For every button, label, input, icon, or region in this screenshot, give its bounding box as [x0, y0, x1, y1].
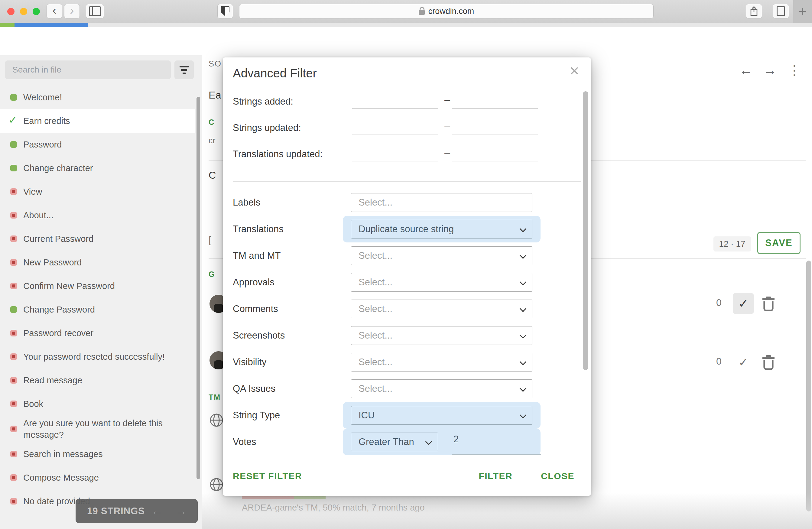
string-status-icon	[10, 212, 17, 219]
filter-select-row: Visibility Select...	[233, 349, 581, 376]
strings-sidebar: Welcome! Earn credits Password Change ch…	[0, 55, 202, 529]
traffic-zoom-button[interactable]	[33, 8, 40, 15]
sidebar-scrollbar[interactable]	[197, 97, 200, 479]
string-list-item[interactable]: Current Password	[0, 227, 195, 251]
range-from-input[interactable]	[352, 161, 438, 161]
badge-prev-arrow-icon[interactable]: ←	[151, 504, 163, 517]
string-list-item[interactable]: Book	[0, 392, 195, 416]
string-list-item[interactable]: Your password reseted successfully!	[0, 345, 195, 368]
string-status-icon	[10, 353, 17, 360]
labels-row: Labels Select...	[233, 189, 581, 216]
filter-select[interactable]: Duplicate source string	[351, 220, 532, 238]
delete-suggestion-button[interactable]	[761, 295, 776, 313]
approve-check-button[interactable]: ✓	[733, 293, 754, 314]
address-bar[interactable]: crowdin.com ↻	[239, 4, 654, 18]
filter-select[interactable]: Select...	[351, 246, 532, 265]
range-to-input[interactable]	[452, 134, 538, 135]
apply-filter-button[interactable]: FILTER	[479, 471, 512, 481]
string-list-item[interactable]: Change Password	[0, 298, 195, 321]
next-string-button[interactable]: →	[763, 62, 777, 78]
browser-chrome: ‹ › crowdin.com ↻ +	[0, 0, 812, 23]
close-modal-button[interactable]: CLOSE	[541, 471, 575, 481]
string-list-item[interactable]: Change character	[0, 156, 195, 180]
range-row: Strings added: –	[233, 89, 581, 116]
close-icon: ×	[569, 61, 579, 80]
string-label: Book	[23, 398, 43, 410]
tab-overview-button[interactable]	[773, 4, 789, 18]
string-list-item[interactable]: Confirm New Password	[0, 274, 195, 298]
browser-forward-button[interactable]: ›	[64, 4, 80, 18]
filter-select-row: Approvals Select...	[233, 269, 581, 296]
string-status-icon	[10, 426, 17, 432]
string-label: New Password	[23, 256, 82, 268]
filter-button[interactable]	[174, 60, 194, 79]
votes-operator-select[interactable]: Greater Than	[351, 432, 438, 451]
string-label: Earn credits	[23, 115, 70, 127]
approve-check-button[interactable]: ✓	[733, 352, 754, 373]
delete-suggestion-button[interactable]	[761, 354, 776, 371]
range-to-input[interactable]	[452, 161, 538, 161]
string-list-item[interactable]: About...	[0, 203, 195, 227]
modal-close-button[interactable]: ×	[564, 60, 585, 81]
range-to-input[interactable]	[452, 108, 538, 109]
filter-select-row: Screenshots Select...	[233, 322, 581, 349]
range-from-input[interactable]	[352, 108, 438, 109]
modal-scrollbar[interactable]	[583, 91, 588, 370]
search-input[interactable]	[5, 60, 171, 79]
string-list-item[interactable]: Welcome!	[0, 86, 195, 109]
reset-filter-button[interactable]: RESET FILTER	[233, 471, 302, 481]
chevron-down-icon	[520, 225, 527, 233]
filter-select-value: Select...	[359, 250, 392, 261]
previous-string-button[interactable]: ←	[739, 62, 752, 78]
labels-multiselect[interactable]: Select...	[351, 193, 532, 212]
badge-next-arrow-icon[interactable]: →	[175, 504, 187, 517]
string-list-item[interactable]: Password	[0, 133, 195, 156]
tabs-icon	[777, 6, 785, 16]
filter-select[interactable]: Select...	[351, 379, 532, 398]
string-label: Confirm New Password	[23, 280, 115, 292]
string-list-item[interactable]: Compose Message	[0, 466, 195, 489]
filter-select[interactable]: ICU	[351, 406, 532, 425]
votes-operator-value: Greater Than	[359, 437, 414, 447]
chevron-down-icon	[520, 385, 527, 392]
string-label: Are you sure you want to delete this mes…	[23, 417, 180, 440]
traffic-minimize-button[interactable]	[20, 8, 27, 15]
string-list-item[interactable]: Are you sure you want to delete this mes…	[0, 416, 195, 442]
string-list-item[interactable]: Earn credits	[0, 109, 195, 133]
range-separator: –	[445, 120, 450, 132]
range-separator: –	[445, 94, 450, 105]
modal-title: Advanced Filter	[233, 67, 317, 80]
filter-select[interactable]: Select...	[351, 273, 532, 292]
char-position-counter: 12 · 17	[713, 236, 751, 251]
filter-select[interactable]: Select...	[351, 299, 532, 318]
suggestion-row: 0 ✓	[713, 352, 812, 373]
string-status-icon	[10, 283, 17, 289]
filter-select[interactable]: Select...	[351, 326, 532, 345]
filter-select-value: Select...	[359, 330, 392, 341]
string-list-item[interactable]: New Password	[0, 251, 195, 274]
save-button[interactable]: SAVE	[757, 232, 800, 254]
string-status-icon	[10, 165, 17, 172]
main-scrollbar[interactable]	[806, 261, 811, 512]
browser-back-button[interactable]: ‹	[46, 4, 62, 18]
string-status-icon	[10, 188, 17, 195]
votes-value-input[interactable]: 2	[453, 434, 459, 445]
share-button[interactable]	[746, 4, 762, 18]
traffic-close-button[interactable]	[7, 8, 15, 15]
more-options-kebab-icon[interactable]: ⋮	[787, 62, 801, 78]
string-list-item[interactable]: View	[0, 180, 195, 203]
string-label: Welcome!	[23, 92, 62, 103]
string-list-item[interactable]: Password recover	[0, 321, 195, 345]
string-list-item[interactable]: Read message	[0, 368, 195, 392]
filter-select[interactable]: Select...	[351, 353, 532, 371]
source-header-fragment: SO	[208, 59, 221, 69]
chevron-down-icon	[425, 438, 432, 445]
string-label: Change character	[23, 162, 93, 174]
new-tab-button[interactable]: +	[793, 0, 812, 23]
modal-footer: RESET FILTER FILTER CLOSE	[233, 467, 581, 485]
string-list-item[interactable]: Search in messages	[0, 442, 195, 466]
privacy-shield-button[interactable]	[217, 4, 233, 18]
string-status-icon	[10, 118, 17, 124]
range-from-input[interactable]	[352, 134, 438, 135]
browser-sidebar-toggle-button[interactable]	[86, 4, 104, 18]
